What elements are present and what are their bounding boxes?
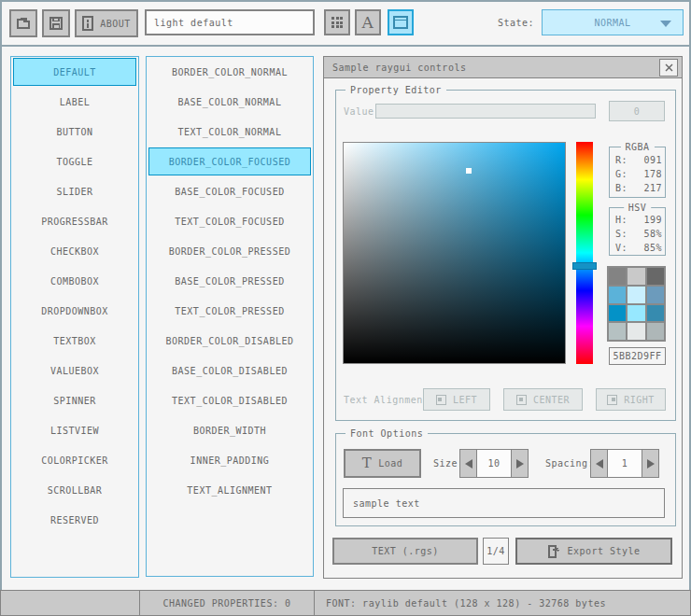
value-button[interactable]: 0 bbox=[609, 101, 665, 121]
color-swatch[interactable] bbox=[609, 268, 626, 285]
color-swatch[interactable] bbox=[647, 287, 664, 303]
font-spacing-increment-button[interactable] bbox=[642, 449, 659, 478]
properties-list-item[interactable]: BASE_COLOR_NORMAL bbox=[147, 87, 313, 117]
properties-list-item[interactable]: TEXT_COLOR_DISABLED bbox=[147, 385, 313, 415]
font-spacing-label: Spacing: bbox=[545, 449, 594, 478]
hex-color-field[interactable]: 5BB2D9FF bbox=[609, 347, 666, 365]
controls-list-item[interactable]: TOGGLE bbox=[11, 147, 138, 176]
properties-list-item[interactable]: BORDER_WIDTH bbox=[147, 415, 313, 445]
color-swatch[interactable] bbox=[647, 323, 664, 340]
controls-list-item[interactable]: DROPDOWNBOX bbox=[11, 296, 138, 326]
font-spacing-decrement-button[interactable] bbox=[590, 449, 608, 478]
color-saturation-value-panel[interactable] bbox=[343, 142, 566, 364]
controls-list-item[interactable]: BUTTON bbox=[11, 117, 138, 147]
properties-list-item[interactable]: BASE_COLOR_PRESSED bbox=[147, 266, 313, 296]
controls-list-item[interactable]: COLORPICKER bbox=[11, 445, 138, 475]
color-swatch[interactable] bbox=[628, 268, 644, 285]
font-size-increment-button[interactable] bbox=[511, 449, 529, 478]
controls-list-item[interactable]: DEFAULT bbox=[13, 58, 136, 86]
arrow-right-icon bbox=[647, 459, 655, 469]
h-label: H: bbox=[615, 215, 628, 225]
hue-slider-handle[interactable] bbox=[572, 262, 597, 270]
align-left-icon bbox=[436, 395, 446, 405]
folder-open-icon bbox=[15, 15, 32, 32]
chevron-down-icon bbox=[660, 21, 671, 27]
align-right-button[interactable]: RIGHT bbox=[596, 388, 666, 411]
value-slider[interactable] bbox=[375, 104, 596, 119]
about-button[interactable]: ABOUT bbox=[75, 9, 138, 37]
controls-list-item[interactable]: SCROLLBAR bbox=[11, 475, 138, 505]
controls-list-item[interactable]: LISTVIEW bbox=[11, 415, 138, 445]
hsv-group-title: HSV bbox=[624, 202, 652, 214]
open-style-button[interactable] bbox=[9, 9, 37, 37]
color-swatch[interactable] bbox=[628, 287, 644, 303]
properties-list-item[interactable]: BASE_COLOR_DISABLED bbox=[147, 356, 313, 385]
save-icon bbox=[48, 15, 64, 32]
color-swatch[interactable] bbox=[609, 305, 626, 322]
controls-list-item[interactable]: COMBOBOX bbox=[11, 266, 138, 296]
font-spacing-value[interactable]: 1 bbox=[607, 449, 642, 478]
controls-list-item[interactable]: PROGRESSBAR bbox=[11, 206, 138, 236]
export-format-page-indicator[interactable]: 1/4 bbox=[483, 538, 509, 565]
controls-list-item[interactable]: SLIDER bbox=[11, 176, 138, 206]
window-close-button[interactable] bbox=[659, 59, 678, 77]
properties-list-item[interactable]: BORDER_COLOR_FOCUSED bbox=[148, 147, 311, 175]
close-icon bbox=[665, 63, 673, 72]
controls-view-button[interactable] bbox=[388, 9, 414, 35]
properties-list-item[interactable]: BORDER_COLOR_DISABLED bbox=[147, 326, 313, 356]
properties-list-item[interactable]: TEXT_COLOR_PRESSED bbox=[147, 296, 313, 326]
hsv-group: HSV H: 199 S: 58% V: 85% bbox=[609, 207, 666, 256]
toolbar: ABOUT A State: NORMAL bbox=[0, 0, 691, 45]
letter-t-icon: T bbox=[362, 456, 373, 470]
controls-list-item[interactable]: LABEL bbox=[11, 87, 138, 117]
statusbar: CHANGED PROPERTIES: 0 FONT: raylib defau… bbox=[0, 590, 691, 616]
hex-color-value: 5BB2D9FF bbox=[613, 351, 661, 361]
v-value: 85% bbox=[643, 243, 662, 253]
align-center-button[interactable]: CENTER bbox=[503, 388, 583, 411]
properties-list-item[interactable]: TEXT_COLOR_NORMAL bbox=[147, 117, 313, 147]
font-load-button[interactable]: T Load bbox=[344, 449, 421, 478]
save-style-button[interactable] bbox=[42, 9, 70, 37]
b-label: B: bbox=[615, 183, 628, 193]
align-left-button[interactable]: LEFT bbox=[423, 388, 490, 411]
color-cursor[interactable] bbox=[466, 168, 472, 174]
controls-list-item[interactable]: CHECKBOX bbox=[11, 236, 138, 266]
font-view-button[interactable]: A bbox=[355, 9, 381, 35]
properties-list-item[interactable]: BASE_COLOR_FOCUSED bbox=[147, 176, 313, 206]
controls-list-item[interactable]: TEXTBOX bbox=[11, 326, 138, 356]
export-format-button[interactable]: TEXT (.rgs) bbox=[332, 538, 478, 565]
controls-list-item[interactable]: SPINNER bbox=[11, 385, 138, 415]
style-name-input[interactable] bbox=[145, 9, 315, 35]
r-label: R: bbox=[615, 155, 628, 165]
export-style-button[interactable]: Export Style bbox=[515, 538, 672, 565]
font-options-group-title: Font Options bbox=[346, 427, 428, 440]
properties-list-item[interactable]: INNER_PADDING bbox=[147, 445, 313, 475]
export-format-label: TEXT (.rgs) bbox=[372, 546, 439, 556]
color-swatch[interactable] bbox=[628, 323, 644, 340]
color-swatch[interactable] bbox=[609, 287, 626, 303]
style-color-palette bbox=[607, 266, 666, 342]
controls-listview[interactable]: DEFAULT LABEL BUTTON TOGGLE SLIDER PROGR… bbox=[10, 56, 139, 578]
properties-list-item[interactable]: TEXT_ALIGNMENT bbox=[147, 475, 313, 505]
align-right-icon bbox=[607, 395, 617, 405]
font-options-group: Font Options T Load Size: 10 Spacing: 1 bbox=[335, 433, 676, 526]
color-swatch[interactable] bbox=[647, 305, 664, 322]
font-size-value[interactable]: 10 bbox=[476, 449, 512, 478]
color-swatch[interactable] bbox=[609, 323, 626, 340]
color-swatch[interactable] bbox=[647, 268, 664, 285]
properties-list-item[interactable]: BORDER_COLOR_NORMAL bbox=[147, 57, 313, 87]
sample-text-input[interactable]: sample text bbox=[343, 488, 665, 518]
color-swatch[interactable] bbox=[628, 305, 644, 322]
properties-list-item[interactable]: BORDER_COLOR_PRESSED bbox=[147, 236, 313, 266]
properties-listview[interactable]: BORDER_COLOR_NORMAL BASE_COLOR_NORMAL TE… bbox=[146, 56, 314, 577]
arrow-right-icon bbox=[516, 459, 524, 469]
state-dropdown[interactable]: NORMAL bbox=[542, 9, 684, 35]
font-size-decrement-button[interactable] bbox=[459, 449, 477, 478]
hue-slider[interactable] bbox=[576, 142, 593, 364]
properties-list-item[interactable]: TEXT_COLOR_FOCUSED bbox=[147, 206, 313, 236]
statusbar-segment-empty bbox=[0, 590, 140, 616]
controls-list-item[interactable]: RESERVED bbox=[11, 505, 138, 535]
controls-list-item[interactable]: VALUEBOX bbox=[11, 356, 138, 385]
about-button-label: ABOUT bbox=[100, 19, 131, 29]
style-table-view-button[interactable] bbox=[324, 9, 350, 35]
